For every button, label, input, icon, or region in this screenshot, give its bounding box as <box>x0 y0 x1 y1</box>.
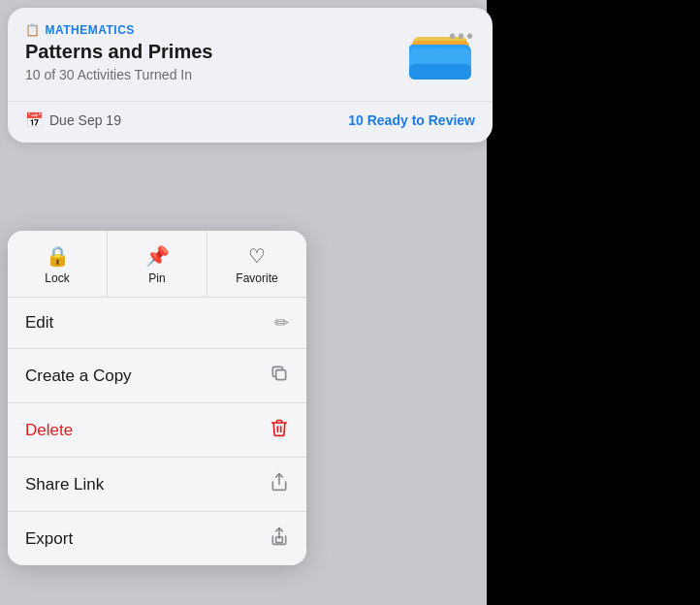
due-date-label: Due Sep 19 <box>49 112 121 128</box>
pin-button[interactable]: 📌 Pin <box>108 231 207 297</box>
subject-label: MATHEMATICS <box>46 23 135 37</box>
lock-icon: 🔒 <box>46 244 70 268</box>
card-subject: 📋 MATHEMATICS <box>25 23 394 37</box>
edit-label: Edit <box>25 313 53 333</box>
export-label: Export <box>25 529 73 549</box>
lock-button[interactable]: 🔒 Lock <box>8 231 108 297</box>
pin-icon: 📌 <box>145 244 170 268</box>
delete-menu-item[interactable]: Delete <box>8 403 306 458</box>
delete-label: Delete <box>25 421 73 440</box>
share-icon <box>270 472 289 496</box>
calendar-icon: 📅 <box>25 111 44 129</box>
subject-icon: 📋 <box>25 23 41 37</box>
card-title: Patterns and Primes <box>25 41 394 63</box>
context-menu: 🔒 Lock 📌 Pin ♡ Favorite Edit ✏ Create a … <box>8 231 306 565</box>
more-options-button[interactable]: ••• <box>449 25 475 48</box>
review-label[interactable]: 10 Ready to Review <box>348 112 475 128</box>
create-copy-label: Create a Copy <box>25 366 132 386</box>
card-due: 📅 Due Sep 19 <box>25 111 121 129</box>
trash-icon <box>270 418 289 442</box>
svg-rect-5 <box>276 370 286 380</box>
copy-icon <box>270 364 289 388</box>
share-link-label: Share Link <box>25 475 104 494</box>
share-link-menu-item[interactable]: Share Link <box>8 458 306 512</box>
favorite-icon: ♡ <box>248 244 266 268</box>
lock-label: Lock <box>45 271 69 285</box>
card-subtitle: 10 of 30 Activities Turned In <box>25 67 394 82</box>
export-menu-item[interactable]: Export <box>8 512 306 565</box>
right-panel <box>487 0 700 605</box>
svg-rect-4 <box>409 64 471 80</box>
edit-icon: ✏ <box>274 312 289 334</box>
export-icon <box>270 526 289 551</box>
create-copy-menu-item[interactable]: Create a Copy <box>8 349 306 403</box>
favorite-label: Favorite <box>236 271 277 285</box>
edit-menu-item[interactable]: Edit ✏ <box>8 298 306 349</box>
card-footer: 📅 Due Sep 19 10 Ready to Review <box>8 101 493 143</box>
assignment-card: 📋 MATHEMATICS Patterns and Primes 10 of … <box>8 8 493 143</box>
pin-label: Pin <box>148 271 165 285</box>
action-row: 🔒 Lock 📌 Pin ♡ Favorite <box>8 231 306 298</box>
favorite-button[interactable]: ♡ Favorite <box>207 231 306 297</box>
